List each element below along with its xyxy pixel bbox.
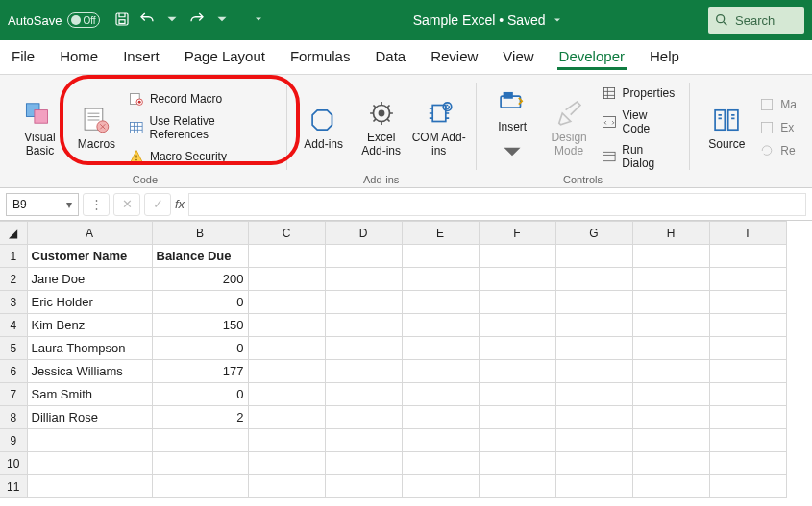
cancel-icon[interactable]: ✕ [113, 193, 140, 216]
cell[interactable] [152, 429, 248, 452]
enter-icon[interactable]: ✓ [144, 193, 171, 216]
cell[interactable] [479, 452, 555, 475]
cell[interactable] [325, 383, 402, 406]
cell[interactable] [325, 268, 402, 291]
cell[interactable] [248, 383, 325, 406]
cell[interactable]: 0 [152, 337, 248, 360]
row-header[interactable]: 8 [0, 406, 27, 429]
cell[interactable] [632, 337, 709, 360]
cell[interactable] [709, 406, 786, 429]
add-ins-button[interactable]: Add-ins [297, 100, 351, 151]
cell[interactable] [325, 245, 402, 268]
row-header[interactable]: 6 [0, 360, 27, 383]
search-box[interactable]: Search [708, 7, 804, 34]
chevron-down-icon[interactable]: ▾ [66, 198, 72, 211]
cell[interactable] [632, 268, 709, 291]
cell[interactable] [325, 314, 402, 337]
properties-button[interactable]: Properties [600, 84, 680, 103]
cell[interactable] [402, 268, 479, 291]
row-header[interactable]: 7 [0, 383, 27, 406]
cell[interactable]: 150 [152, 314, 248, 337]
design-mode-button[interactable]: Design Mode [543, 93, 596, 157]
tab-developer[interactable]: Developer [557, 44, 627, 70]
cell[interactable] [402, 475, 479, 498]
macros-button[interactable]: Macros [70, 100, 123, 151]
insert-control-button[interactable]: Insert [486, 83, 539, 168]
cell[interactable] [248, 314, 325, 337]
cell[interactable] [555, 383, 632, 406]
col-header[interactable]: B [152, 222, 248, 245]
autosave-toggle[interactable]: AutoSave Off [8, 12, 100, 28]
cell[interactable] [248, 406, 325, 429]
cell[interactable] [325, 360, 402, 383]
cell[interactable] [325, 429, 402, 452]
cell[interactable] [325, 406, 402, 429]
cell[interactable]: Kim Benz [27, 314, 152, 337]
col-header[interactable]: G [555, 222, 632, 245]
cell[interactable] [632, 475, 709, 498]
cell[interactable] [709, 452, 786, 475]
row-header[interactable]: 5 [0, 337, 27, 360]
cell[interactable] [402, 314, 479, 337]
document-title[interactable]: Sample Excel • Saved [267, 12, 708, 28]
cell[interactable] [325, 452, 402, 475]
cell[interactable] [152, 452, 248, 475]
cell[interactable]: Eric Holder [27, 291, 152, 314]
cell[interactable] [555, 268, 632, 291]
cell[interactable] [479, 475, 555, 498]
cell[interactable] [248, 429, 325, 452]
cell[interactable] [479, 360, 555, 383]
com-addins-button[interactable]: COM Add-ins [412, 93, 466, 157]
tab-page-layout[interactable]: Page Layout [183, 44, 267, 70]
cell[interactable] [709, 475, 786, 498]
cell[interactable] [402, 291, 479, 314]
cell[interactable] [632, 291, 709, 314]
view-code-button[interactable]: View Code [600, 107, 680, 137]
use-relative-refs-button[interactable]: Use Relative References [127, 112, 277, 143]
cell[interactable]: 0 [152, 383, 248, 406]
refresh-button[interactable]: Re [757, 141, 799, 160]
more-icon[interactable] [250, 11, 267, 31]
cell[interactable] [248, 245, 325, 268]
cell[interactable] [402, 383, 479, 406]
formula-input[interactable] [188, 193, 806, 216]
record-macro-button[interactable]: Record Macro [127, 89, 277, 108]
cell[interactable] [479, 291, 555, 314]
cell[interactable] [479, 314, 555, 337]
visual-basic-button[interactable]: Visual Basic [13, 93, 66, 157]
cell[interactable] [27, 429, 152, 452]
cell[interactable]: 0 [152, 291, 248, 314]
cell[interactable]: Jane Doe [27, 268, 152, 291]
cell[interactable] [248, 268, 325, 291]
tab-help[interactable]: Help [648, 44, 681, 70]
cell[interactable] [555, 337, 632, 360]
cell[interactable] [555, 245, 632, 268]
cell[interactable] [709, 291, 786, 314]
row-header[interactable]: 4 [0, 314, 27, 337]
tab-home[interactable]: Home [58, 44, 100, 70]
col-header[interactable]: F [479, 222, 555, 245]
cell[interactable] [709, 360, 786, 383]
chevron-down-icon[interactable] [163, 11, 181, 31]
row-header[interactable]: 3 [0, 291, 27, 314]
cell[interactable]: 200 [152, 268, 248, 291]
row-header[interactable]: 11 [0, 475, 27, 498]
cell[interactable] [709, 337, 786, 360]
tab-formulas[interactable]: Formulas [288, 44, 353, 70]
cell[interactable] [479, 337, 555, 360]
col-header[interactable]: A [27, 222, 152, 245]
row-header[interactable]: 1 [0, 245, 27, 268]
cell[interactable] [479, 383, 555, 406]
cell[interactable] [248, 360, 325, 383]
row-header[interactable]: 10 [0, 452, 27, 475]
cell[interactable] [632, 314, 709, 337]
more-options-icon[interactable]: ⋮ [83, 193, 110, 216]
cell[interactable] [632, 429, 709, 452]
cell[interactable] [555, 452, 632, 475]
cell[interactable] [632, 383, 709, 406]
tab-file[interactable]: File [10, 44, 37, 70]
col-header[interactable]: D [325, 222, 402, 245]
col-header[interactable]: E [402, 222, 479, 245]
cell[interactable] [555, 291, 632, 314]
tab-view[interactable]: View [501, 44, 535, 70]
